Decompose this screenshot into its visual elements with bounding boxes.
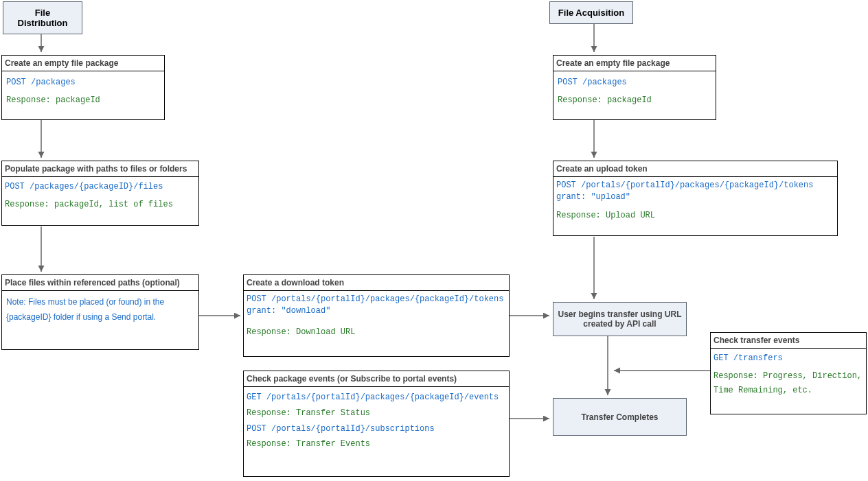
acq-upload-api2: grant: "upload" (556, 191, 834, 203)
acq-upload-title: Create an upload token (553, 161, 837, 177)
check-resp: Response: Progress, Direction, Time Rema… (713, 369, 863, 399)
events-resp2: Response: Transfer Events (247, 436, 506, 452)
check-transfer-box: Check transfer events GET /transfers Res… (710, 332, 867, 414)
transfer-begin-label: User begins transfer using URL created b… (558, 309, 682, 329)
acq-create-resp: Response: packageId (558, 93, 711, 108)
download-resp: Response: Download URL (247, 327, 506, 338)
events-resp1: Response: Transfer Status (247, 406, 506, 421)
dist-place-title: Place files within referenced paths (opt… (2, 275, 198, 291)
check-api: GET /transfers (713, 351, 863, 366)
header-distribution-label: File Distribution (18, 8, 68, 28)
dist-populate-resp: Response: packageId, list of files (5, 198, 196, 213)
dist-place-box: Place files within referenced paths (opt… (1, 274, 199, 350)
dist-create-resp: Response: packageId (6, 93, 160, 108)
dist-place-note: Note: Files must be placed (or found) in… (6, 297, 164, 322)
header-distribution: File Distribution (3, 1, 82, 34)
transfer-complete-box: Transfer Completes (553, 398, 687, 436)
package-events-box: Check package events (or Subscribe to po… (243, 371, 510, 477)
header-acquisition: File Acquisition (549, 1, 633, 24)
acq-upload-api1: POST /portals/{portalId}/packages/{packa… (556, 180, 834, 191)
dist-create-api: POST /packages (6, 75, 160, 91)
acq-upload-box: Create an upload token POST /portals/{po… (553, 161, 838, 236)
check-title: Check transfer events (711, 333, 866, 349)
acq-create-api: POST /packages (558, 75, 711, 91)
dist-create-title: Create an empty file package (2, 56, 164, 71)
events-title: Check package events (or Subscribe to po… (244, 371, 509, 387)
header-acquisition-label: File Acquisition (558, 8, 624, 18)
dist-populate-api: POST /packages/{packageID}/files (5, 180, 196, 195)
dist-create-box: Create an empty file package POST /packa… (1, 55, 165, 120)
download-title: Create a download token (244, 275, 509, 291)
dist-populate-box: Populate package with paths to files or … (1, 161, 199, 226)
transfer-complete-label: Transfer Completes (581, 412, 658, 422)
download-api2: grant: "download" (247, 305, 506, 317)
dist-populate-title: Populate package with paths to files or … (2, 161, 198, 177)
acq-create-box: Create an empty file package POST /packa… (553, 55, 716, 120)
events-api2: POST /portals/{portalId}/subscriptions (247, 421, 506, 437)
download-api1: POST /portals/{portalId}/packages/{packa… (247, 294, 506, 305)
acq-upload-resp: Response: Upload URL (556, 210, 834, 222)
acq-create-title: Create an empty file package (553, 56, 716, 71)
events-api1: GET /portals/{portalId}/packages/{packag… (247, 390, 506, 406)
download-token-box: Create a download token POST /portals/{p… (243, 274, 510, 357)
transfer-begin-box: User begins transfer using URL created b… (553, 302, 687, 336)
